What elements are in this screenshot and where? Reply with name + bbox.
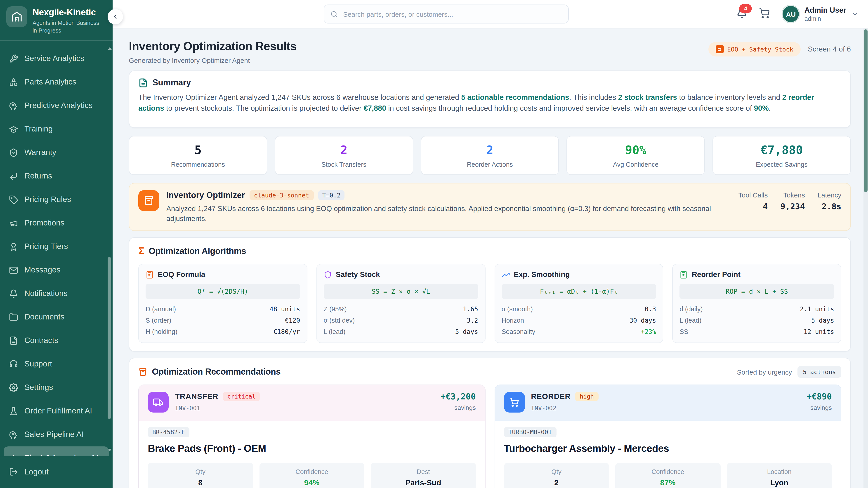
brand-header: Nexgile-Kinetic Agents in Motion Busines…: [0, 0, 113, 41]
algo-rows: Z (95%)1.65 σ (std dev)3.2 L (lead)5 day…: [324, 303, 478, 337]
sidebar-item-label: Promotions: [24, 219, 64, 228]
sidebar-item-order-fulfillment-ai[interactable]: Order Fulfillment AI: [4, 399, 109, 423]
sidebar-item-label: Predictive Analytics: [24, 101, 93, 110]
sidebar-item-promotions[interactable]: Promotions: [4, 212, 109, 235]
stat-label: Expected Savings: [713, 161, 850, 168]
sidebar-item-service-analytics[interactable]: Service Analytics: [4, 47, 109, 70]
stat-label: Stock Transfers: [275, 161, 413, 168]
user-menu[interactable]: AU Admin User admin: [782, 5, 859, 23]
sidebar-item-returns[interactable]: Returns: [4, 164, 109, 188]
rec-reference: INV-002: [531, 405, 598, 412]
sku-chip: BR-4582-F: [148, 427, 189, 437]
document-icon: [138, 78, 148, 88]
algo-row: SS12 units: [680, 326, 834, 337]
app-window: Nexgile-Kinetic Agents in Motion Busines…: [0, 0, 868, 488]
shapes-icon: [9, 78, 18, 87]
product-name: Turbocharger Assembly - Mercedes: [504, 443, 832, 455]
algo-card-eoq: EOQ Formula Q* = √(2DS/H) D (annual)48 u…: [138, 264, 307, 343]
sidebar-item-documents[interactable]: Documents: [4, 305, 109, 329]
sidebar-scrollbar[interactable]: [107, 47, 112, 452]
stat-value: 2: [421, 143, 559, 157]
cart-icon: [504, 392, 525, 413]
page-content: Inventory Optimization Results Generated…: [113, 29, 868, 488]
algo-row: Seasonality+23%: [502, 326, 656, 337]
formula: Q* = √(2DS/H): [146, 284, 300, 299]
algo-title: Safety Stock: [336, 270, 380, 279]
savings-label: savings: [807, 404, 832, 412]
recommendations-header-right: Sorted by urgency 5 actions: [737, 366, 841, 378]
sidebar-item-pricing-tiers[interactable]: Pricing Tiers: [4, 235, 109, 258]
stat-card-stock-transfers: 2 Stock Transfers: [275, 136, 413, 175]
page-scrollbar[interactable]: [864, 28, 868, 488]
sidebar-item-warranty[interactable]: Warranty: [4, 141, 109, 164]
sidebar-item-label: Training: [24, 125, 53, 134]
actions-count-badge: 5 actions: [798, 366, 841, 378]
model-badge: claude-3-sonnet: [249, 190, 313, 200]
algo-rows: α (smooth)0.3 Horizon30 days Seasonality…: [502, 303, 656, 337]
scroll-up-arrow[interactable]: [108, 47, 112, 50]
metric-label: Tokens: [780, 191, 805, 199]
algo-row: D (annual)48 units: [146, 303, 300, 315]
rec-stat-boxes: Qty 2 Confidence 87% Location Lyon: [504, 463, 832, 488]
metric-value: 4: [738, 201, 768, 211]
page-header: Inventory Optimization Results Generated…: [129, 39, 851, 64]
page-subtitle: Generated by Inventory Optimizer Agent: [129, 57, 297, 64]
topbar: 4 AU Admin User admin: [113, 0, 868, 29]
folder-icon: [9, 313, 18, 322]
sidebar-item-pricing-rules[interactable]: Pricing Rules: [4, 188, 109, 212]
logout-label: Logout: [24, 467, 49, 477]
rec-action: REORDER: [531, 392, 571, 401]
rec-stat-dest: Dest Paris-Sud: [371, 463, 476, 488]
temperature-badge: T=0.2: [318, 190, 344, 200]
sidebar-scrollbar-thumb[interactable]: [107, 257, 111, 419]
headset-icon: [9, 360, 18, 369]
tag-icon: [9, 195, 18, 204]
algo-title: Exp. Smoothing: [514, 270, 570, 279]
rec-card-header: REORDER high INV-002 +€890 savings: [495, 385, 841, 421]
agent-bar: Inventory Optimizer claude-3-sonnet T=0.…: [129, 183, 851, 231]
page-scrollbar-thumb[interactable]: [864, 29, 868, 192]
brand-tagline: Agents in Motion Business in Progress: [33, 20, 101, 35]
global-search[interactable]: [324, 4, 569, 24]
recommendations-heading: Optimization Recommendations: [138, 367, 281, 377]
rec-savings: +€890 savings: [807, 392, 832, 412]
rec-card-body: BR-4582-F Brake Pads (Front) - OEM Qty 8…: [139, 421, 485, 488]
stat-label: Recommendations: [129, 161, 267, 168]
truck-icon: [148, 392, 168, 413]
notifications-button[interactable]: 4: [737, 8, 747, 20]
search-input[interactable]: [342, 10, 562, 18]
sidebar-collapse-button[interactable]: [107, 9, 123, 24]
formula: ROP = d × L + SS: [680, 284, 834, 299]
page-header-left: Inventory Optimization Results Generated…: [129, 39, 297, 64]
agent-name-row: Inventory Optimizer claude-3-sonnet T=0.…: [166, 190, 731, 200]
product-name: Brake Pads (Front) - OEM: [148, 443, 476, 455]
sidebar-item-fleet-inventory-ai[interactable]: Fleet & Inventory AI: [4, 447, 109, 456]
recommendation-card-reorder: REORDER high INV-002 +€890 savings: [494, 385, 841, 488]
cart-icon: [759, 8, 770, 19]
sidebar-item-label: Sales Pipeline AI: [24, 430, 84, 440]
cart-button[interactable]: [759, 8, 770, 20]
sidebar-item-training[interactable]: Training: [4, 118, 109, 141]
bot-icon: [9, 454, 18, 456]
sidebar-item-support[interactable]: Support: [4, 352, 109, 376]
algorithms-section: Σ Optimization Algorithms EOQ Formula Q*…: [129, 237, 851, 352]
page-header-right: EOQ + Safety Stock Screen 4 of 6: [708, 42, 851, 57]
sidebar-item-predictive-analytics[interactable]: Predictive Analytics: [4, 94, 109, 118]
sidebar-item-label: Messages: [24, 265, 61, 275]
shield-icon: [324, 271, 332, 279]
screen-indicator: Screen 4 of 6: [808, 45, 851, 53]
stat-card-expected-savings: €7,880 Expected Savings: [712, 136, 851, 175]
sidebar-item-settings[interactable]: Settings: [4, 376, 109, 399]
sidebar-item-notifications[interactable]: Notifications: [4, 282, 109, 305]
sidebar-item-sales-pipeline-ai[interactable]: Sales Pipeline AI: [4, 423, 109, 447]
agent-info: Inventory Optimizer claude-3-sonnet T=0.…: [166, 190, 731, 224]
scroll-down-arrow[interactable]: [108, 449, 112, 451]
urgency-badge: high: [575, 392, 598, 401]
logout-button[interactable]: Logout: [4, 460, 109, 484]
sidebar-item-messages[interactable]: Messages: [4, 258, 109, 282]
sidebar-item-parts-analytics[interactable]: Parts Analytics: [4, 70, 109, 94]
sidebar-item-contracts[interactable]: Contracts: [4, 329, 109, 352]
sidebar-item-label: Pricing Rules: [24, 195, 71, 204]
flask-icon: [9, 407, 18, 416]
method-badge: EOQ + Safety Stock: [708, 42, 801, 57]
